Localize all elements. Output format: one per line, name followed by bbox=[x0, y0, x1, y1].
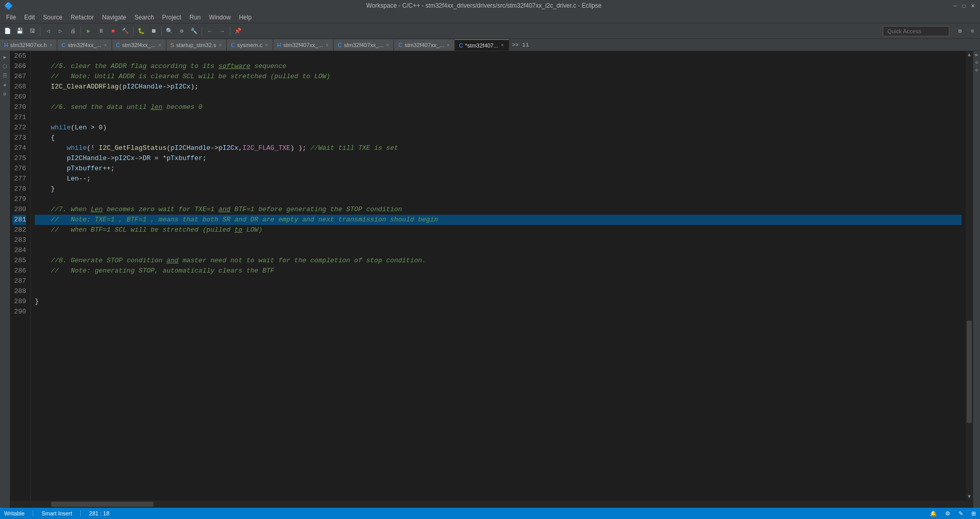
pin-button[interactable]: 📌 bbox=[232, 26, 244, 37]
close-button[interactable]: ✕ bbox=[969, 3, 976, 9]
search-button[interactable]: 🔍 bbox=[164, 26, 175, 37]
scroll-up-arrow[interactable]: ▲ bbox=[966, 51, 973, 58]
toolbar-sep-1 bbox=[40, 27, 40, 36]
tab-label-1: stm32f4xx_... bbox=[68, 42, 101, 48]
tab-close-h[interactable]: × bbox=[49, 42, 53, 48]
status-sep-2 bbox=[80, 510, 81, 516]
menu-source[interactable]: Source bbox=[39, 11, 67, 23]
scroll-track[interactable]: ▲ ▼ bbox=[966, 51, 973, 501]
print-button[interactable]: 🖨 bbox=[67, 26, 78, 37]
build-button[interactable]: 🔨 bbox=[120, 26, 131, 37]
code-line-281: // Note: TXE=1 , BTF=1 , means that both… bbox=[35, 215, 962, 225]
perspective-button[interactable]: ⊞ bbox=[954, 26, 966, 37]
tab-icon-2: C bbox=[116, 42, 120, 48]
menu-refactor[interactable]: Refactor bbox=[67, 11, 98, 23]
toolbar-sep-6 bbox=[230, 27, 230, 36]
minimize-button[interactable]: ─ bbox=[952, 3, 959, 9]
next-edit-button[interactable]: ▷ bbox=[55, 26, 66, 37]
code-line-287 bbox=[35, 276, 962, 286]
tab-label-a2: stm32f407xx_... bbox=[344, 42, 384, 48]
menu-window[interactable]: Window bbox=[205, 11, 235, 23]
scroll-down-arrow[interactable]: ▼ bbox=[966, 494, 973, 500]
debug-button[interactable]: 🐛 bbox=[136, 26, 147, 37]
code-line-284 bbox=[35, 245, 962, 256]
scroll-thumb[interactable] bbox=[967, 321, 972, 423]
menu-project[interactable]: Project bbox=[158, 11, 185, 23]
code-line-285: //8. Generate STOP condition and master … bbox=[35, 256, 962, 266]
new-button[interactable]: 📄 bbox=[2, 26, 13, 37]
save-button[interactable]: 💾 bbox=[14, 26, 26, 37]
tab-close-active[interactable]: × bbox=[500, 42, 505, 48]
code-line-290 bbox=[35, 307, 962, 317]
tab-overflow[interactable]: >> 11 bbox=[509, 39, 532, 51]
code-line-286: // Note: generating STOP, automatically … bbox=[35, 266, 962, 276]
status-icon-1[interactable]: 🔔 bbox=[930, 510, 937, 517]
tab-stm32f4xx-1[interactable]: C stm32f4xx_... × bbox=[57, 39, 112, 51]
stop-button[interactable]: ■ bbox=[107, 26, 119, 37]
h-scrollbar[interactable] bbox=[10, 501, 973, 508]
menu-navigate[interactable]: Navigate bbox=[98, 11, 130, 23]
gear-button[interactable]: 🔧 bbox=[188, 26, 200, 37]
tab-bar: H stm32f407xx.h × C stm32f4xx_... × C st… bbox=[0, 39, 980, 51]
tab-close-a3[interactable]: × bbox=[446, 42, 450, 48]
tab-label-2: stm32f4xx_... bbox=[122, 42, 156, 48]
tab-stm32f407-3[interactable]: C stm32f407xx_... × bbox=[394, 39, 454, 51]
tab-icon-1: C bbox=[61, 42, 66, 48]
code-line-270: //6. send the data until len becomes 0 bbox=[35, 102, 962, 112]
status-insert-mode[interactable]: Smart Insert bbox=[41, 510, 72, 516]
tab-close-sy[interactable]: × bbox=[265, 42, 269, 48]
tab-stm32f407xx-h[interactable]: H stm32f407xx.h × bbox=[0, 39, 57, 51]
h-scroll-thumb[interactable] bbox=[51, 502, 154, 507]
sidebar-icon-3[interactable]: ☰ bbox=[1, 72, 9, 80]
status-icon-2[interactable]: ⚙ bbox=[945, 510, 950, 517]
tab-close-a2[interactable]: × bbox=[386, 42, 390, 48]
maximize-button[interactable]: □ bbox=[961, 3, 967, 9]
previous-edit-button[interactable]: ◁ bbox=[42, 26, 54, 37]
menu-file[interactable]: File bbox=[2, 11, 20, 23]
status-writable[interactable]: Writable bbox=[4, 510, 25, 516]
code-content[interactable]: //5. clear the ADDR flag according to it… bbox=[31, 51, 966, 501]
tab-icon-active: C bbox=[459, 42, 463, 49]
code-line-275: pI2CHandle->pI2Cx->DR = *pTxbuffer; bbox=[35, 153, 962, 164]
status-right-icons: 🔔 ⚙ ✎ ⊞ bbox=[930, 510, 976, 517]
tab-label-a1: stm32f407xx_... bbox=[283, 42, 323, 48]
editor-area: 265 266 267 268 269 270 271 272 273 274 … bbox=[10, 51, 973, 508]
pause-button[interactable]: ⏸ bbox=[95, 26, 106, 37]
tab-close-a1[interactable]: × bbox=[325, 42, 329, 48]
tab-close-1[interactable]: × bbox=[103, 42, 107, 48]
sidebar-icon-1[interactable]: ▶ bbox=[1, 53, 9, 61]
settings-button[interactable]: ⚙ bbox=[176, 26, 187, 37]
forward-button[interactable]: → bbox=[216, 26, 228, 37]
window-title: Workspace - C/C++ - stm32f4xx_drivers/dr… bbox=[16, 2, 952, 9]
sidebar-icon-2[interactable]: ⬡ bbox=[1, 62, 9, 71]
save-all-button[interactable]: 🖫 bbox=[27, 26, 38, 37]
tab-stm32f407-1[interactable]: H stm32f407xx_... × bbox=[273, 39, 334, 51]
sidebar-icon-5[interactable]: ⚙ bbox=[1, 90, 9, 98]
tab-stm32f4xx-2[interactable]: C stm32f4xx_... × bbox=[112, 39, 166, 51]
right-sidebar-icon-3[interactable]: ⊗ bbox=[974, 66, 979, 74]
code-line-269 bbox=[35, 92, 962, 102]
sidebar-icon-4[interactable]: ◈ bbox=[1, 81, 9, 89]
menu-search[interactable]: Search bbox=[130, 11, 158, 23]
code-line-288 bbox=[35, 286, 962, 297]
tab-close-s[interactable]: × bbox=[218, 42, 222, 48]
right-sidebar-icon-1[interactable]: ▶ bbox=[974, 51, 979, 59]
tab-close-2[interactable]: × bbox=[158, 42, 162, 48]
menu-help[interactable]: Help bbox=[235, 11, 256, 23]
toolbar-sep-4 bbox=[161, 27, 162, 36]
tab-sysmem[interactable]: C sysmem.c × bbox=[227, 39, 273, 51]
code-line-271 bbox=[35, 112, 962, 123]
view-menu-button[interactable]: ≡ bbox=[967, 26, 978, 37]
tab-startup[interactable]: S startup_stm32.s × bbox=[166, 39, 227, 51]
back-button[interactable]: ← bbox=[204, 26, 215, 37]
run-button[interactable]: ▶ bbox=[83, 26, 94, 37]
right-sidebar-icon-2[interactable]: ⊕ bbox=[974, 59, 979, 66]
menu-run[interactable]: Run bbox=[185, 11, 205, 23]
menu-edit[interactable]: Edit bbox=[20, 11, 39, 23]
tab-active-file[interactable]: C *stm32f407... × bbox=[455, 39, 509, 51]
status-icon-3[interactable]: ✎ bbox=[959, 510, 963, 517]
tab-stm32f407-2[interactable]: C stm32f407xx_... × bbox=[334, 39, 394, 51]
quick-access-input[interactable] bbox=[883, 26, 949, 36]
debug-stop-button[interactable]: ⏹ bbox=[148, 26, 159, 37]
status-icon-4[interactable]: ⊞ bbox=[971, 510, 976, 517]
